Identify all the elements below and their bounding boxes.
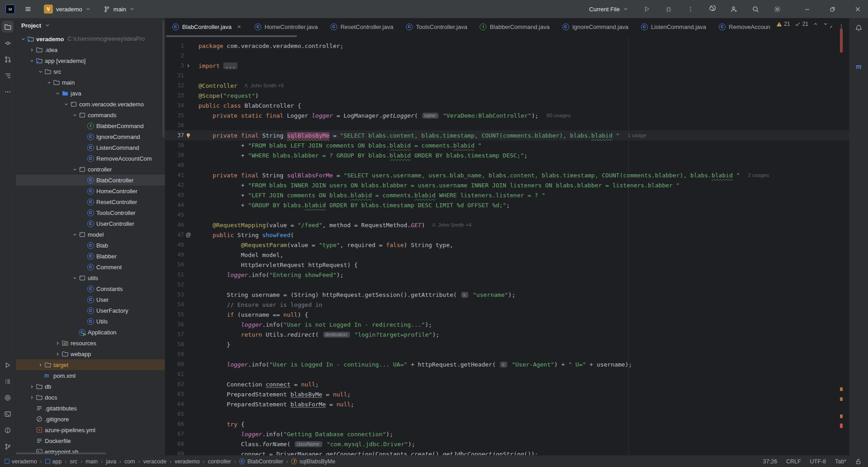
debug-button[interactable] [663, 3, 675, 15]
gutter[interactable]: 57 [165, 331, 193, 338]
breadcrumb-sqlBlabsByMe[interactable]: fsqlBlabsByMe [291, 458, 335, 465]
code-line-63[interactable]: 63 PreparedStatement blabsByMe = null; [165, 389, 849, 399]
tree-item-db[interactable]: db [16, 381, 165, 392]
code-line-61[interactable]: 61 [165, 369, 849, 379]
code-line-37[interactable]: 37 private final String sqlBlabsByMe = "… [165, 130, 849, 140]
code-line-50[interactable]: 50 HttpServletRequest httpRequest) { [165, 260, 849, 270]
code-line-69[interactable]: 69 connect = DriverManager.getConnection… [165, 449, 849, 455]
stripe-mark[interactable] [840, 387, 843, 391]
code-line-40[interactable]: 40 [165, 160, 849, 170]
chevron-up-icon[interactable] [813, 21, 818, 27]
usages-inlay[interactable]: 2 usages [748, 172, 769, 178]
code-line-46[interactable]: 46 @RequestMapping(value = "/feed", meth… [165, 220, 849, 230]
breadcrumb-src[interactable]: src [70, 458, 77, 465]
gutter[interactable]: 36 [165, 122, 193, 129]
tree-item-.gitignore[interactable]: .gitignore [16, 414, 165, 424]
version-control-tool-button[interactable] [2, 441, 14, 453]
ai-assistant-button[interactable] [706, 3, 718, 15]
gutter[interactable]: 66 [165, 420, 193, 428]
editor-body[interactable]: 1package com.veracode.verademo.controlle… [165, 37, 849, 455]
code-line-2[interactable]: 2 [165, 51, 849, 61]
code-line-38[interactable]: 38 + "FROM blabs LEFT JOIN comments ON b… [165, 140, 849, 150]
breadcrumb-main[interactable]: main [85, 458, 98, 465]
gutter[interactable]: 59 [165, 351, 193, 358]
gutter[interactable]: 49 [165, 251, 193, 259]
inspection-warnings[interactable]: 21 [776, 21, 790, 27]
tree-item-utils[interactable]: utils [16, 272, 165, 283]
tree-expand-icon[interactable] [29, 58, 34, 63]
tree-item-Utils[interactable]: CUtils [16, 316, 165, 327]
tree-expand-icon[interactable] [38, 69, 43, 74]
tab-RemoveAccoun[interactable]: CRemoveAccoun [712, 18, 777, 35]
tree-item-src[interactable]: src [16, 66, 165, 77]
tree-item-controller[interactable]: controller [16, 164, 165, 175]
code-line-41[interactable]: 41 private final String sqlBlabsForMe = … [165, 170, 849, 180]
tree-item-.idea[interactable]: .idea [16, 44, 165, 55]
code-line-33[interactable]: 33@Scope("request") [165, 91, 849, 100]
gutter[interactable]: 61 [165, 371, 193, 378]
minimize-button[interactable] [801, 3, 813, 15]
tree-item-webapp[interactable]: webapp [16, 348, 165, 359]
tree-item-IgnoreCommand[interactable]: CIgnoreCommand [16, 131, 165, 142]
code-line-1[interactable]: 1package com.veracode.verademo.controlle… [165, 41, 849, 51]
tree-item-com.veracode.verademo[interactable]: com.veracode.verademo [16, 99, 165, 110]
tree-collapse-icon[interactable] [29, 395, 34, 400]
breadcrumb-app[interactable]: app [45, 458, 62, 465]
code-line-66[interactable]: 66 try { [165, 419, 849, 429]
gutter[interactable]: 67 [165, 430, 193, 438]
caret-position[interactable]: 37:26 [763, 458, 777, 465]
tree-collapse-icon[interactable] [55, 352, 60, 357]
code-line-49[interactable]: 49 Model model, [165, 250, 849, 260]
tab-close-icon[interactable] [236, 24, 242, 29]
author-inlay[interactable]: John Smith +4 [431, 222, 472, 228]
gutter[interactable]: 45 [165, 211, 193, 219]
code-line-47[interactable]: 47@ public String showFeed( [165, 230, 849, 240]
run-configuration-selector[interactable]: Current File [586, 4, 631, 14]
tree-collapse-icon[interactable] [55, 341, 60, 346]
chevron-down-icon[interactable] [823, 21, 828, 27]
tab-ToolsController.java[interactable]: CToolsController.java [400, 18, 473, 35]
code-line-65[interactable]: 65 [165, 409, 849, 419]
code-line-64[interactable]: 64 PreparedStatement blabsForMe = null; [165, 399, 849, 409]
gutter[interactable]: 40 [165, 162, 193, 169]
tab-BlabController.java[interactable]: CBlabController.java [166, 18, 248, 35]
settings-button[interactable] [771, 3, 783, 15]
terminal-tool-button[interactable] [2, 408, 14, 420]
stripe-mark[interactable] [840, 424, 843, 428]
tree-expand-icon[interactable] [21, 37, 26, 42]
code-line-55[interactable]: 55 if (username == null) { [165, 310, 849, 319]
chevron-down-icon[interactable] [45, 23, 50, 28]
breadcrumb-com[interactable]: com [124, 458, 135, 465]
gutter[interactable]: 42 [165, 181, 193, 189]
tree-item-ResetController[interactable]: CResetController [16, 196, 165, 207]
code-line-57[interactable]: 57 return Utils.redirect( destination: "… [165, 329, 849, 339]
services-tool-button[interactable] [2, 392, 14, 404]
annotation-gutter-icon[interactable]: @ [185, 232, 191, 238]
code-line-60[interactable]: 60 logger.info("User is Logged In - cont… [165, 359, 849, 369]
code-line-45[interactable]: 45 [165, 210, 849, 220]
tree-item-RemoveAccountCom[interactable]: CRemoveAccountCom [16, 153, 165, 164]
tree-item-Application[interactable]: CApplication [16, 327, 165, 338]
tree-expand-icon[interactable] [72, 113, 77, 118]
tree-expand-icon[interactable] [72, 167, 77, 172]
restore-button[interactable] [826, 3, 838, 15]
tab-BlabberCommand.java[interactable]: IBlabberCommand.java [473, 18, 556, 35]
tree-expand-icon[interactable] [72, 276, 77, 281]
tree-item-UserController[interactable]: CUserController [16, 218, 165, 229]
code-with-me-button[interactable] [728, 3, 740, 15]
file-encoding[interactable]: UTF-8 [810, 458, 826, 465]
gutter[interactable]: 68 [165, 440, 193, 448]
tree-item-main[interactable]: main [16, 77, 165, 88]
lightbulb-icon[interactable] [185, 133, 191, 138]
gutter[interactable]: 69 [165, 450, 193, 456]
gutter[interactable]: 34 [165, 102, 193, 110]
gutter[interactable]: 60 [165, 361, 193, 368]
tree-item-HomeController[interactable]: CHomeController [16, 186, 165, 196]
notifications-button[interactable] [853, 22, 865, 33]
tree-item-azure-pipelines.yml[interactable]: Yazure-pipelines.yml [16, 424, 165, 435]
gutter[interactable]: 64 [165, 400, 193, 408]
gutter[interactable]: 65 [165, 410, 193, 418]
code-line-43[interactable]: 43 + "LEFT JOIN comments ON blabs.blabid… [165, 190, 849, 200]
code-line-53[interactable]: 53 String username = (String) httpReques… [165, 290, 849, 300]
gutter[interactable]: 50 [165, 261, 193, 269]
